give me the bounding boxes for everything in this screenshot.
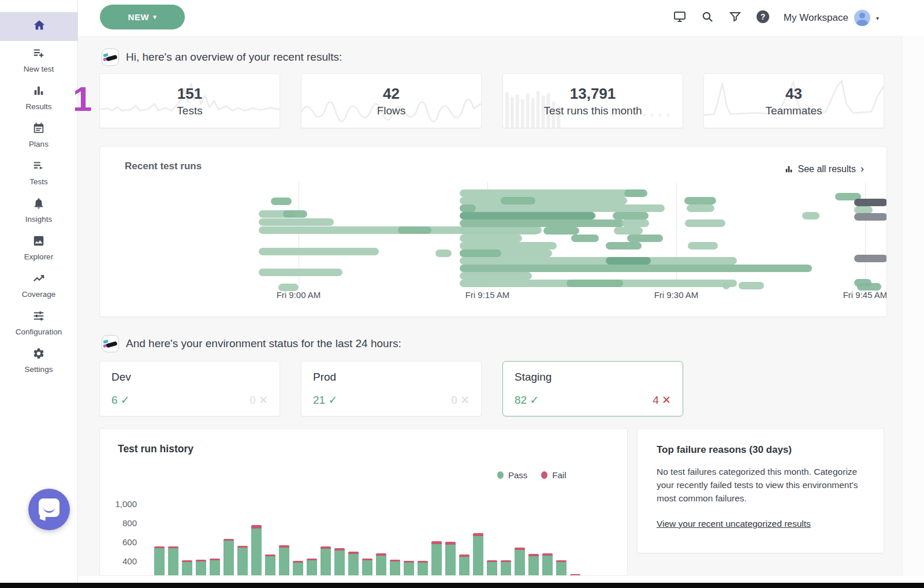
stat-card-flows[interactable]: 42 Flows: [301, 73, 482, 128]
test-run-bar[interactable]: [614, 227, 643, 235]
history-bar[interactable]: [279, 545, 289, 576]
sidebar-item-home[interactable]: [0, 12, 78, 41]
test-run-bar[interactable]: [435, 250, 452, 257]
test-run-bar[interactable]: [854, 199, 887, 206]
test-run-bar[interactable]: [624, 189, 647, 197]
test-run-bar[interactable]: [460, 227, 539, 235]
history-bar[interactable]: [307, 559, 317, 576]
sidebar-item-explorer[interactable]: Explorer: [0, 229, 77, 266]
test-run-bar[interactable]: [398, 226, 431, 234]
test-run-bar[interactable]: [460, 235, 522, 242]
test-run-bar[interactable]: [460, 197, 627, 204]
sidebar-item-label: Plans: [29, 140, 49, 148]
env-name: Dev: [111, 371, 131, 384]
test-run-bar[interactable]: [460, 265, 812, 272]
test-run-bar[interactable]: [854, 213, 887, 221]
new-button[interactable]: NEW ▾: [100, 5, 185, 29]
history-bar[interactable]: [168, 546, 178, 576]
test-run-bar[interactable]: [259, 269, 342, 276]
history-bar[interactable]: [154, 546, 165, 576]
sidebar-item-coverage[interactable]: Coverage: [0, 266, 77, 304]
test-run-bar[interactable]: [684, 197, 716, 204]
history-bar[interactable]: [196, 560, 206, 576]
test-run-bar[interactable]: [460, 204, 476, 212]
stat-card-tests[interactable]: 151 Tests: [99, 73, 280, 128]
test-run-bar[interactable]: [739, 282, 764, 289]
help-icon[interactable]: ?: [756, 10, 770, 26]
env-card-prod[interactable]: Prod 21 ✓ 0 ✕: [301, 361, 482, 416]
test-run-bar[interactable]: [613, 212, 649, 219]
history-bar[interactable]: [210, 559, 220, 576]
test-run-bar[interactable]: [283, 210, 307, 218]
test-run-bar[interactable]: [571, 235, 599, 242]
test-run-bar[interactable]: [460, 257, 737, 265]
test-run-bar[interactable]: [722, 282, 730, 289]
test-run-bar[interactable]: [259, 218, 334, 226]
sidebar-item-plans[interactable]: Plans: [0, 116, 77, 154]
history-bar[interactable]: [182, 560, 192, 576]
test-run-bar[interactable]: [460, 272, 532, 280]
history-bar[interactable]: [459, 554, 470, 576]
stat-card-teammates[interactable]: 43 Teammates: [703, 73, 884, 128]
test-run-bar[interactable]: [606, 257, 651, 265]
sidebar-item-settings[interactable]: Settings: [0, 341, 77, 379]
search-icon[interactable]: [701, 10, 714, 26]
history-bar[interactable]: [348, 552, 359, 576]
history-bar[interactable]: [334, 548, 345, 576]
test-run-bar[interactable]: [460, 250, 501, 257]
history-bar[interactable]: [556, 560, 567, 576]
test-run-bar[interactable]: [501, 197, 535, 204]
uncategorized-results-link[interactable]: View your recent uncategorized results: [657, 519, 811, 529]
stat-card-test-runs[interactable]: 13,791 Test runs this month: [502, 73, 683, 128]
test-run-bar[interactable]: [688, 242, 718, 250]
history-bar[interactable]: [362, 559, 372, 576]
test-run-bar[interactable]: [460, 219, 624, 227]
filter-icon[interactable]: [728, 10, 742, 26]
history-bar[interactable]: [293, 561, 303, 576]
test-run-bar[interactable]: [627, 235, 663, 242]
history-bar[interactable]: [251, 525, 262, 576]
sidebar-item-configuration[interactable]: Configuration: [0, 304, 77, 341]
monitor-icon[interactable]: [673, 10, 687, 26]
history-bar[interactable]: [237, 546, 248, 576]
test-run-bar[interactable]: [259, 248, 379, 255]
history-bar[interactable]: [473, 533, 483, 576]
test-run-bar[interactable]: [460, 189, 644, 197]
history-bar[interactable]: [431, 541, 442, 576]
test-run-bar[interactable]: [854, 255, 887, 262]
env-card-staging[interactable]: Staging 82 ✓ 4 ✕: [502, 361, 683, 416]
test-run-bar[interactable]: [543, 227, 579, 235]
test-run-bar[interactable]: [567, 280, 623, 287]
sidebar-item-results[interactable]: Results: [0, 79, 77, 116]
sidebar-item-tests[interactable]: Tests: [0, 154, 77, 191]
history-bar[interactable]: [542, 553, 553, 576]
test-run-bar[interactable]: [460, 212, 595, 219]
history-bar[interactable]: [376, 553, 386, 576]
test-run-bar[interactable]: [685, 219, 725, 227]
test-run-bar[interactable]: [857, 283, 881, 291]
test-run-bar[interactable]: [606, 242, 642, 250]
history-bar[interactable]: [265, 554, 275, 576]
history-bar[interactable]: [223, 539, 234, 576]
chat-launcher-button[interactable]: [28, 489, 70, 530]
history-bar[interactable]: [515, 548, 525, 576]
history-bar[interactable]: [418, 561, 428, 576]
history-bar[interactable]: [445, 542, 456, 576]
history-bar[interactable]: [321, 546, 331, 576]
test-run-bar[interactable]: [460, 204, 665, 212]
workspace-menu[interactable]: My Workspace ▾: [784, 10, 879, 26]
history-bar[interactable]: [528, 554, 539, 576]
history-bar[interactable]: [501, 560, 511, 576]
history-bar[interactable]: [390, 560, 400, 576]
sidebar-item-new-test[interactable]: New test: [0, 41, 77, 79]
history-bar[interactable]: [487, 560, 497, 576]
test-run-bar[interactable]: [802, 212, 819, 219]
env-card-dev[interactable]: Dev 6 ✓ 0 ✕: [99, 361, 280, 416]
sidebar-item-insights[interactable]: Insights: [0, 191, 77, 229]
history-bar[interactable]: [404, 561, 414, 576]
test-run-bar[interactable]: [278, 284, 299, 291]
test-run-bar[interactable]: [687, 204, 714, 212]
test-run-bar[interactable]: [460, 242, 557, 250]
test-run-bar[interactable]: [621, 219, 649, 227]
test-run-bar[interactable]: [271, 198, 292, 205]
